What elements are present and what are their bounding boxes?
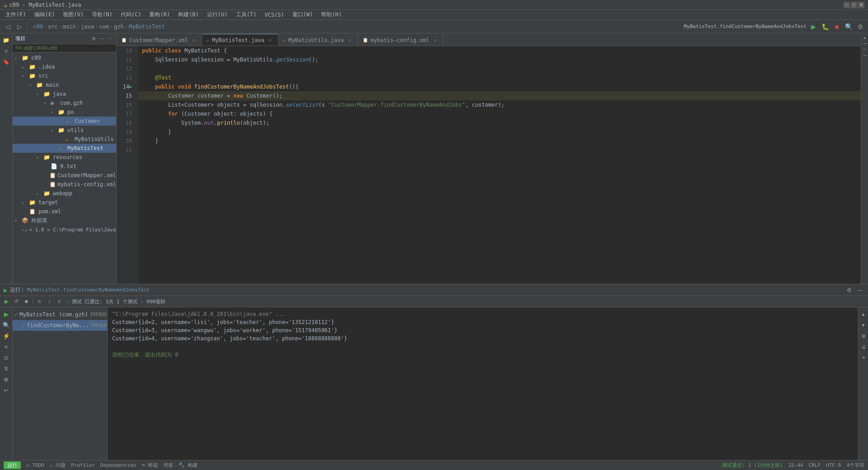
tab-customermapper-close[interactable]: ✕ [191,37,197,43]
tree-item-utils[interactable]: ▾ 📁 utils [13,126,116,135]
minimize-button[interactable]: ─ [844,2,850,8]
menu-tools[interactable]: 工具(T) [232,10,260,19]
run-toolbar-tree-button[interactable]: ≡ [35,297,44,306]
tree-item-target[interactable]: ▸ 📁 target [13,198,116,207]
code-content[interactable]: public class MyBatisTest { SqlSession sq… [138,46,861,284]
status-encoding[interactable]: UTF-8 [826,462,841,468]
maximize-button[interactable]: □ [851,2,857,8]
tab-mybatistest[interactable]: ☕ MyBatisTest.java ✕ [202,34,278,46]
structure-button[interactable]: ≡ [1,46,11,56]
tree-item-java[interactable]: ▾ 📁 java [13,89,116,99]
bottom-right-btn-4[interactable]: 🖨 [859,342,868,352]
project-settings-button[interactable]: ⚙ [90,35,97,42]
tree-item-po[interactable]: ▾ 📁 po [13,108,116,117]
menu-refactor[interactable]: 重构(R) [146,10,174,19]
breadcrumb-item-2[interactable]: src [48,24,58,30]
tab-mybatistest-close[interactable]: ✕ [267,37,274,43]
toolbar-settings-button[interactable]: ⚙ [855,22,865,32]
run-toolbar-stop-button[interactable]: ■ [22,297,31,306]
status-profiler-label[interactable]: Profiler [71,462,95,468]
status-problems-label[interactable]: ⚠ 问题 [50,462,66,469]
menu-build[interactable]: 构建(B) [175,10,203,19]
breadcrumb-item-1[interactable]: c09 [33,24,43,30]
tab-mybatisutils[interactable]: ☕ MyBatisUtils.java ✕ [278,34,358,46]
console-output[interactable]: "C:\Program Files\Java\jdk1.8.0_201\bin\… [108,307,858,460]
tree-item-9txt[interactable]: 📄 9.txt [13,162,116,171]
tab-mybatisutils-label: MyBatisUtils.java [288,37,344,43]
tree-item-pomxml[interactable]: 📋 pom.xml [13,207,116,216]
menu-window[interactable]: 窗口(W) [289,10,317,19]
tree-item-external-libs[interactable]: ▾ 📦 外部库 [13,216,116,225]
tab-mybatisconfig-close[interactable]: ✕ [432,37,439,43]
vertical-btn-8[interactable]: ↩ [1,385,11,395]
run-tree-root[interactable]: ✓ MyBatisTest (com.gzh) 990毫秒 [13,309,107,320]
vertical-btn-5[interactable]: ⊙ [1,352,11,362]
project-view-button[interactable]: 📁 [1,35,11,45]
run-tree-case[interactable]: ✓ findCustomerByNa... 990毫秒 [13,320,107,331]
tree-item-src[interactable]: ▾ 📁 src [13,71,116,80]
run-vertical-button[interactable]: ▶ [1,309,11,319]
tab-mybatisconfig[interactable]: 📋 mybatis-config.xml ✕ [358,34,443,46]
tree-item-resources[interactable]: ▾ 📁 resources [13,153,116,162]
tree-item-comgzh[interactable]: ▾ ● com.gzh [13,99,116,108]
run-toolbar-run-button[interactable]: ▶ [2,297,11,306]
bottom-right-btn-3[interactable]: ⊠ [859,331,868,341]
tree-item-c09[interactable]: ▾ 📁 c09 [13,53,116,62]
tree-item-mybatistest[interactable]: ☕ MyBatisTest [13,144,116,153]
build-icon: 🔨 [179,462,185,468]
run-panel-minimize-button[interactable]: ─ [855,286,864,295]
vertical-btn-2[interactable]: 🔍 [1,320,11,330]
breadcrumb-item-3[interactable]: main [63,24,76,30]
status-todo-label[interactable]: ☑ TODO [26,462,44,468]
debug-button[interactable]: 🐛 [820,22,830,32]
tree-item-mybatisutils[interactable]: ☕ MyBatisUtils [13,135,116,144]
tree-item-mybatisconfig-xml[interactable]: 📋 mybatis-config.xml [13,180,116,189]
close-button[interactable]: ✕ [858,2,864,8]
tree-item-jdk[interactable]: ▸ ☕ < 1.8 > C:\Program Files\Java\jdk1.8… [13,225,116,234]
menu-run[interactable]: 运行(U) [203,10,231,19]
run-button[interactable]: ▶ [808,22,818,32]
status-build-label[interactable]: 🔨 构建 [179,462,198,469]
vertical-btn-6[interactable]: ↯ [1,363,11,373]
bottom-right-btn-5[interactable]: ✕ [859,352,868,362]
run-toolbar-filter-button[interactable]: ≡ [55,297,64,306]
bottom-right-btn-2[interactable]: ▼ [859,320,868,330]
tab-customermapper[interactable]: 📋 CustomerMapper.xml ✕ [117,34,202,46]
project-more-button[interactable]: ⋯ [106,35,113,42]
breadcrumb-item-5[interactable]: com [99,24,109,30]
vertical-btn-4[interactable]: ≡ [1,342,11,352]
toolbar-forward-button[interactable]: ▷ [14,22,24,32]
status-linesep[interactable]: CRLF [809,462,821,468]
vertical-btn-7[interactable]: ⊗ [1,374,11,384]
menu-navigate[interactable]: 导航(N) [88,10,116,19]
menu-help[interactable]: 帮助(H) [317,10,345,19]
run-toolbar-sort-button[interactable]: ↕ [45,297,54,306]
run-toolbar-rerun-button[interactable]: ↺ [12,297,21,306]
tab-mybatisutils-close[interactable]: ✕ [347,37,353,43]
run-panel-settings-button[interactable]: ⚙ [844,286,854,295]
tree-item-main[interactable]: ▾ 📁 main [13,80,116,89]
tree-item-idea[interactable]: ▸ 📁 .idea [13,62,116,71]
status-run-label[interactable]: 运行 [4,461,21,469]
tree-item-customer[interactable]: ☕ Customer [13,117,116,126]
tree-item-webapp[interactable]: ▸ 📁 webapp [13,189,116,198]
tree-item-customermapper-xml[interactable]: 📋 CustomerMapper.xml [13,171,116,180]
vertical-btn-3[interactable]: ⚡ [1,331,11,341]
project-collapse-button[interactable]: ─ [98,35,105,42]
menu-vcs[interactable]: VCS(S) [261,11,288,19]
breadcrumb-item-7[interactable]: MyBatisTest [129,24,165,30]
status-dependencies-label[interactable]: Dependencies [100,462,136,468]
bookmark-button[interactable]: 🔖 [1,57,11,67]
menu-file[interactable]: 文件(F) [2,10,30,19]
toolbar-back-button[interactable]: ◁ [3,22,13,32]
bottom-right-btn-1[interactable]: ▲ [859,309,868,319]
toolbar-search-button[interactable]: 🔍 [844,22,854,32]
stop-button[interactable]: ■ [832,22,842,32]
status-bookmarks-label[interactable]: 书签 [163,462,173,469]
menu-code[interactable]: 代码(C) [117,10,145,19]
breadcrumb-item-4[interactable]: java [81,24,94,30]
menu-edit[interactable]: 编辑(E) [31,10,59,19]
breadcrumb-item-6[interactable]: gzh [114,24,124,30]
status-terminal-label[interactable]: ⌨ 终端 [142,462,157,469]
menu-view[interactable]: 视图(V) [59,10,87,19]
